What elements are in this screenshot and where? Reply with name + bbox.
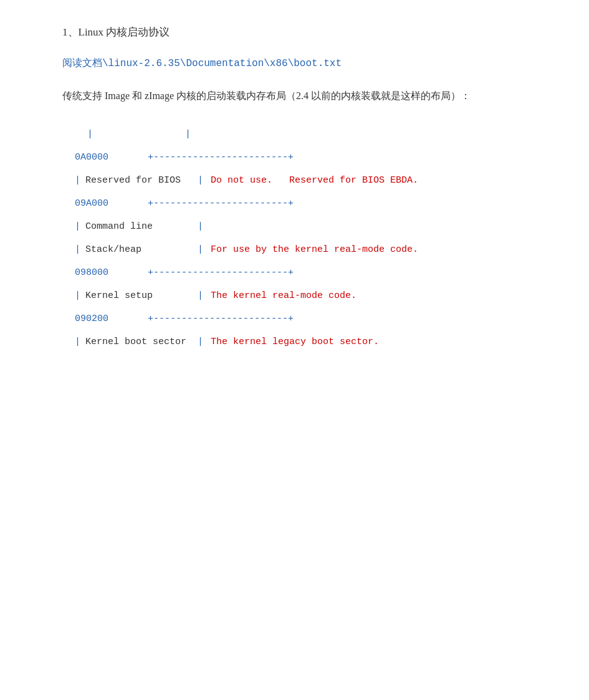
addr-0a0000: 0A0000 bbox=[75, 147, 131, 168]
desc-kernel-setup: The kernel real-mode code. bbox=[211, 285, 357, 306]
label-kernel-boot-sector: Kernel boot sector bbox=[85, 332, 198, 352]
pipe-kernel-setup-left: | bbox=[75, 285, 80, 306]
label-stack-heap: Stack/heap bbox=[85, 239, 198, 260]
pipe-kernel-setup-right: | bbox=[198, 285, 203, 306]
separator-090200: +------------------------+ bbox=[136, 314, 294, 324]
page-title: 1、Linux 内核启动协议 bbox=[62, 25, 552, 39]
pipe-kernel-boot-right: | bbox=[198, 332, 203, 352]
pipe-command-line-right: | bbox=[198, 216, 203, 237]
pipe-kernel-boot-left: | bbox=[75, 332, 80, 352]
separator-098000: +------------------------+ bbox=[136, 267, 294, 278]
pipe-right-top: | bbox=[185, 129, 191, 140]
entry-kernel-setup: | Kernel setup | The kernel real-mode co… bbox=[75, 285, 552, 306]
pipe-command-line-left: | bbox=[75, 216, 80, 237]
entry-command-line: | Command line | bbox=[75, 216, 552, 237]
pipe-stack-heap-left: | bbox=[75, 239, 80, 260]
addr-098000: 098000 bbox=[75, 262, 131, 283]
top-pipes-row: | | bbox=[87, 124, 552, 145]
desc-stack-heap: For use by the kernel real-mode code. bbox=[211, 239, 418, 260]
entry-stack-heap: | Stack/heap | For use by the kernel rea… bbox=[75, 239, 552, 260]
separator-09a000: +------------------------+ bbox=[136, 198, 294, 209]
addr-row-09a000: 09A000 +------------------------+ bbox=[75, 193, 552, 214]
addr-row-090200: 090200 +------------------------+ bbox=[75, 309, 552, 329]
entry-reserved-bios: | Reserved for BIOS | Do not use. Reserv… bbox=[75, 170, 552, 191]
addr-090200: 090200 bbox=[75, 309, 131, 329]
addr-row-098000: 098000 +------------------------+ bbox=[75, 262, 552, 283]
pipe-left-top: | bbox=[87, 129, 93, 140]
addr-09a000: 09A000 bbox=[75, 193, 131, 214]
pipe-reserved-bios-right: | bbox=[198, 170, 203, 191]
addr-row-0a0000: 0A0000 +------------------------+ bbox=[75, 147, 552, 168]
pipe-stack-heap-right: | bbox=[198, 239, 203, 260]
doc-link: 阅读文档\linux-2.6.35\Documentation\x86\boot… bbox=[62, 57, 552, 70]
description: 传统支持 Image 和 zImage 内核的启动装载内存布局（2.4 以前的内… bbox=[62, 87, 552, 105]
desc-reserved-bios: Do not use. Reserved for BIOS EBDA. bbox=[211, 170, 418, 191]
entry-kernel-boot-sector: | Kernel boot sector | The kernel legacy… bbox=[75, 332, 552, 352]
desc-kernel-boot-sector: The kernel legacy boot sector. bbox=[211, 332, 379, 352]
label-command-line: Command line bbox=[85, 216, 198, 237]
pipe-reserved-bios-left: | bbox=[75, 170, 80, 191]
label-reserved-bios: Reserved for BIOS bbox=[85, 170, 198, 191]
memory-table: | | 0A0000 +------------------------+ | … bbox=[75, 124, 552, 352]
content-wrapper: 1、Linux 内核启动协议 阅读文档\linux-2.6.35\Documen… bbox=[37, 25, 552, 352]
label-kernel-setup: Kernel setup bbox=[85, 285, 198, 306]
separator-0a0000: +------------------------+ bbox=[136, 152, 294, 163]
